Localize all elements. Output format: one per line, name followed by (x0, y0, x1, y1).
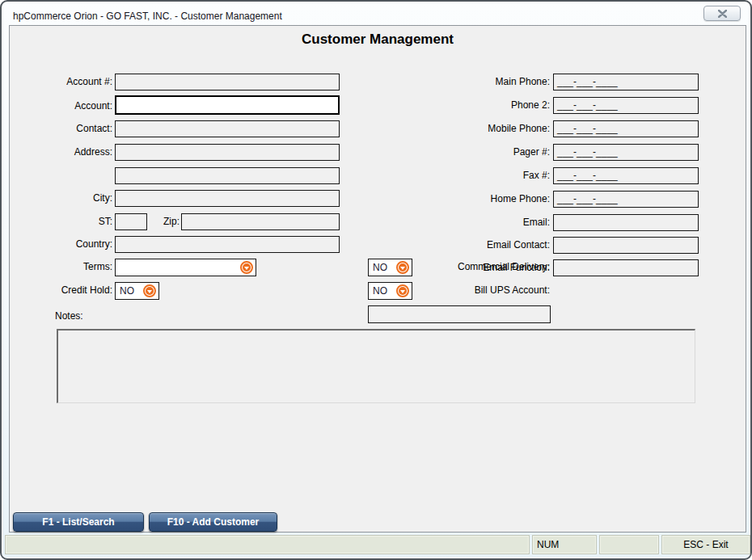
esc-exit-indicator: ESC - Exit (661, 535, 750, 554)
address-line1-field[interactable] (115, 144, 340, 161)
dropdown-arrow-icon[interactable] (143, 284, 156, 297)
country-field[interactable] (115, 236, 340, 253)
country-label: Country: (10, 236, 112, 253)
email-function-label: Email Function: (357, 259, 550, 276)
num-lock-indicator: NUM (532, 535, 597, 554)
phone2-label: Phone 2: (357, 97, 550, 114)
phone2-field[interactable]: ___-___-____ (553, 97, 699, 114)
email-label: Email: (357, 214, 550, 231)
contact-label: Contact: (10, 120, 112, 137)
mobile-phone-field[interactable]: ___-___-____ (553, 120, 699, 137)
fax-field[interactable]: ___-___-____ (553, 167, 699, 184)
phone-mask: ___-___-____ (557, 146, 618, 158)
credit-hold-label: Credit Hold: (10, 282, 112, 299)
email-contact-label: Email Contact: (357, 237, 550, 254)
phone-mask: ___-___-____ (557, 170, 618, 181)
status-blank-segment (599, 535, 659, 554)
bill-ups-account-dropdown[interactable]: NO (368, 282, 412, 300)
window-title: hpCommerce Orion - GO FAST, INC. - Custo… (13, 11, 282, 22)
credit-hold-dropdown[interactable]: NO (115, 282, 159, 300)
state-field[interactable] (115, 213, 147, 230)
status-bar: NUM ESC - Exit (5, 535, 750, 554)
phone-mask: ___-___-____ (557, 193, 618, 204)
main-phone-label: Main Phone: (357, 74, 550, 91)
screen: hpCommerce Orion - GO FAST, INC. - Custo… (0, 0, 752, 560)
phone-mask: ___-___-____ (557, 123, 618, 134)
email-function-field[interactable] (553, 259, 699, 276)
dropdown-arrow-icon[interactable] (240, 261, 253, 274)
status-message-segment (5, 535, 530, 554)
email-field[interactable] (553, 214, 699, 231)
address-line2-field[interactable] (115, 167, 340, 184)
contact-field[interactable] (115, 120, 340, 137)
close-button[interactable] (703, 6, 741, 21)
email-contact-field[interactable] (553, 237, 699, 254)
home-phone-field[interactable]: ___-___-____ (553, 191, 699, 208)
zip-field[interactable] (181, 213, 340, 230)
app-window: hpCommerce Orion - GO FAST, INC. - Custo… (0, 0, 752, 560)
customer-management-form: Customer Management Account #: Account: … (9, 25, 746, 533)
fax-label: Fax #: (357, 167, 550, 184)
city-label: City: (10, 190, 112, 207)
notes-label: Notes: (55, 308, 104, 325)
credit-hold-value: NO (120, 285, 143, 297)
account-number-label: Account #: (10, 74, 112, 91)
bill-ups-account-value: NO (373, 285, 396, 297)
f1-list-search-button[interactable]: F1 - List/Search (13, 512, 144, 532)
account-field[interactable] (115, 95, 340, 115)
account-label: Account: (10, 98, 112, 115)
pager-field[interactable]: ___-___-____ (553, 144, 699, 161)
close-icon (718, 10, 727, 18)
terms-dropdown[interactable] (115, 259, 256, 276)
page-title: Customer Management (10, 32, 746, 48)
notes-textarea[interactable] (57, 329, 695, 403)
dropdown-arrow-icon[interactable] (396, 284, 409, 297)
phone-mask: ___-___-____ (557, 99, 618, 111)
pager-label: Pager #: (357, 144, 550, 161)
home-phone-label: Home Phone: (357, 191, 550, 208)
city-field[interactable] (115, 190, 340, 207)
mobile-phone-label: Mobile Phone: (357, 120, 550, 137)
f10-add-customer-button[interactable]: F10 - Add Customer (149, 512, 277, 532)
state-label: ST: (10, 213, 112, 230)
main-phone-field[interactable]: ___-___-____ (553, 74, 699, 91)
shipper-number-field[interactable] (368, 305, 551, 323)
account-number-field[interactable] (115, 74, 340, 91)
terms-label: Terms: (10, 259, 112, 276)
address-label: Address: (10, 144, 112, 161)
phone-mask: ___-___-____ (557, 76, 618, 87)
